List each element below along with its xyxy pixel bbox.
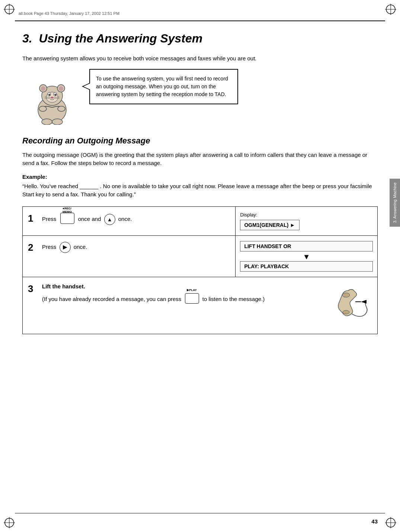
mascot-image (30, 76, 74, 125)
step-3-sub-suffix: to listen to the message.) (202, 296, 265, 302)
svg-point-33 (52, 119, 63, 125)
corner-mark-tr (385, 4, 396, 15)
section-paragraph: The outgoing message (OGM) is the greeti… (22, 151, 378, 168)
rec-memo-button[interactable]: ●REC/MEMO (60, 213, 74, 227)
callout-box: To use the answering system, you will fi… (89, 69, 238, 104)
svg-point-30 (39, 106, 47, 111)
top-rule (15, 20, 385, 21)
svg-point-22 (55, 94, 57, 95)
svg-point-34 (342, 293, 350, 297)
step-3-image (331, 283, 372, 328)
top-meta: all.book Page 43 Thursday, January 17, 2… (19, 11, 119, 16)
corner-mark-tl (4, 4, 15, 15)
intro-paragraph: The answering system allows you to recei… (22, 54, 378, 63)
svg-point-17 (59, 86, 63, 91)
chapter-title: Using the Answering System (39, 32, 202, 45)
down-arrow-display: ▼ (303, 253, 310, 261)
play-button[interactable]: ▶ (60, 242, 71, 253)
rec-memo-label-top: ●REC/MEMO (63, 207, 72, 214)
step-1-prefix: Press (42, 216, 56, 222)
example-label: Example: (22, 174, 378, 180)
mascot-area (22, 69, 82, 125)
step-1-display-cell: Display: OGM1(GENERAL) ► (236, 206, 378, 235)
step-2-suffix: once. (74, 243, 87, 250)
step-1-instruction-cell: 1 Press ●REC/MEMO once and ▲ once. (23, 206, 236, 235)
svg-point-16 (41, 86, 45, 91)
step-1-left: 1 Press ●REC/MEMO once and ▲ once. (28, 213, 230, 227)
step-1-suffix: once. (118, 216, 132, 222)
svg-point-25 (51, 96, 54, 98)
display-label-1: Display: (240, 212, 373, 218)
step-3-left: 3 Lift the handset. (If you have already… (28, 283, 324, 306)
ogm-arrow: ► (290, 222, 295, 228)
bottom-rule (15, 513, 385, 514)
corner-mark-br (385, 517, 396, 528)
svg-point-21 (49, 94, 51, 95)
step-3-text: Lift the handset. (If you have already r… (42, 283, 324, 306)
example-text: “Hello. You’ve reached ______ . No one i… (22, 182, 378, 199)
svg-point-24 (55, 94, 56, 95)
step-3-number: 3 (28, 283, 39, 295)
svg-point-32 (42, 119, 52, 125)
step-1-content: Press ●REC/MEMO once and ▲ once. (42, 213, 132, 227)
step-2-display-arrow: ▼ (240, 253, 373, 260)
step-3-sub: (If you have already recorded a message,… (42, 293, 324, 306)
side-tab-line1: 3. Answering (393, 200, 397, 223)
rec-memo-btn-body (60, 213, 74, 224)
play-rect-body (185, 293, 199, 304)
step-2-instruction-cell: 2 Press ▶ once. (23, 235, 236, 277)
main-content: 3. Using the Answering System The answer… (22, 24, 378, 510)
svg-point-35 (343, 310, 349, 314)
svg-point-23 (49, 94, 50, 95)
chapter-number: 3. (22, 32, 32, 45)
step-2-prefix: Press (42, 243, 56, 250)
step-2-display-top: LIFT HANDSET OR (240, 241, 373, 251)
step-1-display-text: OGM1(GENERAL) (244, 222, 288, 228)
step-1-row: 1 Press ●REC/MEMO once and ▲ once. (23, 206, 378, 235)
corner-mark-bl (4, 517, 15, 528)
step-3-sub-prefix: (If you have already recorded a message,… (42, 296, 181, 302)
handset-image (331, 283, 372, 328)
svg-point-31 (58, 106, 65, 111)
step-3-row: 3 Lift the handset. (If you have already… (23, 277, 378, 334)
page-number: 43 (371, 518, 378, 525)
step-2-number: 2 (28, 242, 39, 253)
step-1-number: 1 (28, 213, 39, 224)
play-label-top: ▶PLAY (187, 288, 197, 293)
intro-section: To use the answering system, you will fi… (22, 69, 378, 125)
chapter-heading: 3. Using the Answering System (22, 32, 378, 45)
step-1-display-box: OGM1(GENERAL) ► (240, 220, 300, 230)
steps-table: 1 Press ●REC/MEMO once and ▲ once. (22, 206, 378, 334)
step-2-display-cell: LIFT HANDSET OR ▼ PLAY: PLAYBACK (236, 235, 378, 277)
step-2-content: Press ▶ once. (42, 242, 87, 253)
svg-marker-36 (361, 300, 367, 304)
side-tab-line2: Machine (393, 183, 397, 198)
callout-text: To use the answering system, you will fi… (96, 76, 228, 97)
step-2-row: 2 Press ▶ once. LIFT HANDSET OR ▼ PLAY: … (23, 235, 378, 277)
up-arrow-button[interactable]: ▲ (104, 214, 115, 225)
section-heading: Recording an Outgoing Message (22, 136, 378, 146)
step-3-cell: 3 Lift the handset. (If you have already… (23, 277, 378, 334)
play-rect-button[interactable]: ▶PLAY (185, 293, 199, 306)
step-2-left: 2 Press ▶ once. (28, 242, 230, 253)
step-2-display-bottom: PLAY: PLAYBACK (240, 261, 373, 272)
step-1-middle: once and (78, 216, 101, 222)
side-tab: 3. Answering Machine (390, 179, 400, 227)
step-3-instruction: Lift the handset. (42, 283, 324, 289)
step-3-inner: 3 Lift the handset. (If you have already… (28, 283, 372, 328)
